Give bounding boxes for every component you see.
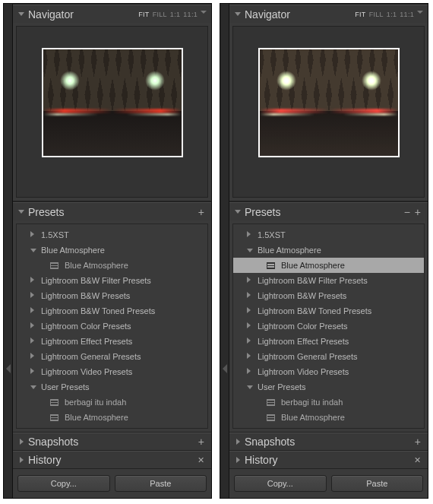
folder-label: Lightroom Color Presets — [38, 322, 131, 331]
preset-folder[interactable]: Lightroom B&W Toned Presets — [17, 303, 207, 319]
chevron-down-icon — [30, 383, 38, 391]
zoom-mode-1-1[interactable]: 1:1 — [170, 11, 180, 18]
zoom-mode-11-1[interactable]: 11:1 — [400, 11, 414, 18]
clear-history-button[interactable]: ✕ — [195, 456, 207, 464]
chevron-right-icon — [30, 322, 38, 330]
folder-label: Lightroom Video Presets — [38, 367, 132, 376]
copy-button[interactable]: Copy... — [17, 475, 110, 492]
preset-label: berbagi itu indah — [281, 398, 343, 407]
disclosure-icon — [234, 439, 242, 445]
preset-folder[interactable]: User Presets — [17, 379, 207, 395]
snapshots-title: Snapshots — [25, 436, 196, 448]
navigator-preview[interactable] — [232, 26, 425, 198]
chevron-down-icon — [30, 246, 38, 254]
preset-folder[interactable]: Lightroom Color Presets — [17, 319, 207, 334]
remove-preset-button[interactable]: − — [402, 207, 412, 217]
navigator-zoom-modes: FITFILL1:111:1 — [138, 11, 207, 18]
snapshots-header[interactable]: Snapshots + — [13, 433, 211, 451]
add-snapshot-button[interactable]: + — [412, 436, 423, 447]
preset-folder[interactable]: User Presets — [233, 379, 424, 395]
preset-folder[interactable]: Lightroom B&W Presets — [17, 288, 207, 303]
preset-folder[interactable]: Blue Atmosphere — [233, 242, 424, 258]
chevron-right-icon — [247, 231, 254, 239]
zoom-mode-FIT[interactable]: FIT — [355, 11, 365, 18]
navigator-header[interactable]: Navigator FITFILL1:111:1 — [229, 5, 428, 23]
paste-button[interactable]: Paste — [115, 475, 207, 492]
folder-label: Lightroom Video Presets — [254, 367, 349, 376]
chevron-down-icon[interactable] — [417, 11, 423, 14]
chevron-right-icon — [30, 307, 38, 315]
snapshots-header[interactable]: Snapshots + — [229, 433, 428, 451]
preset-item[interactable]: berbagi itu indah — [17, 395, 207, 410]
zoom-mode-FIT[interactable]: FIT — [138, 11, 149, 18]
expand-icon — [223, 364, 227, 373]
preset-folder[interactable]: Lightroom Effect Presets — [233, 334, 424, 349]
preset-label: Blue Atmosphere — [65, 261, 128, 270]
chevron-down-icon[interactable] — [201, 11, 207, 14]
preset-folder[interactable]: Blue Atmosphere — [17, 242, 207, 258]
preset-item[interactable]: Blue Atmosphere — [233, 258, 424, 273]
presets-list: 1.5XSTBlue AtmosphereBlue AtmosphereLigh… — [232, 223, 425, 429]
preset-folder[interactable]: 1.5XST — [17, 227, 207, 242]
preset-folder[interactable]: Lightroom B&W Presets — [233, 288, 424, 303]
preset-item[interactable]: Blue Atmosphere — [233, 410, 424, 425]
preset-icon — [50, 262, 58, 269]
add-snapshot-button[interactable]: + — [196, 436, 207, 447]
folder-label: Blue Atmosphere — [38, 246, 105, 255]
folder-label: Blue Atmosphere — [254, 246, 321, 255]
folder-label: User Presets — [38, 382, 90, 391]
preset-folder[interactable]: Lightroom B&W Filter Presets — [17, 273, 207, 288]
folder-label: Lightroom General Presets — [254, 352, 357, 361]
preset-folder[interactable]: Lightroom B&W Toned Presets — [233, 303, 424, 319]
navigator-preview[interactable] — [16, 26, 208, 198]
clear-history-button[interactable]: ✕ — [412, 456, 423, 464]
chevron-right-icon — [30, 353, 38, 360]
navigator-zoom-modes: FITFILL1:111:1 — [355, 11, 423, 18]
side-rail[interactable] — [220, 4, 229, 498]
disclosure-icon — [17, 12, 25, 16]
preset-label: berbagi itu indah — [65, 398, 126, 407]
folder-label: Lightroom B&W Toned Presets — [38, 306, 155, 315]
zoom-mode-FILL[interactable]: FILL — [369, 11, 384, 18]
preset-icon — [50, 414, 58, 421]
preset-folder[interactable]: Lightroom B&W Filter Presets — [233, 273, 424, 288]
chevron-right-icon — [247, 277, 254, 284]
zoom-mode-FILL[interactable]: FILL — [153, 11, 167, 18]
disclosure-icon — [234, 12, 242, 16]
presets-header[interactable]: Presets + — [13, 202, 211, 220]
history-header[interactable]: History ✕ — [229, 451, 428, 469]
snapshots-title: Snapshots — [242, 436, 412, 448]
preset-folder[interactable]: Lightroom General Presets — [17, 349, 207, 364]
preset-icon — [267, 414, 275, 421]
add-preset-button[interactable]: + — [412, 207, 423, 217]
folder-label: Lightroom Effect Presets — [254, 337, 349, 346]
preset-folder[interactable]: Lightroom Effect Presets — [17, 334, 207, 349]
disclosure-icon — [17, 210, 25, 214]
preset-folder[interactable]: Lightroom General Presets — [233, 349, 424, 364]
preset-label: Blue Atmosphere — [65, 413, 128, 422]
preset-folder[interactable]: Lightroom Video Presets — [233, 364, 424, 379]
preset-icon — [267, 262, 275, 269]
chevron-right-icon — [30, 368, 38, 376]
preset-folder[interactable]: Lightroom Video Presets — [17, 364, 207, 379]
presets-header[interactable]: Presets −+ — [229, 202, 428, 220]
preset-item[interactable]: Blue Atmosphere — [17, 258, 207, 273]
preset-folder[interactable]: 1.5XST — [233, 227, 424, 242]
navigator-header[interactable]: Navigator FITFILL1:111:1 — [13, 5, 211, 23]
history-header[interactable]: History ✕ — [13, 451, 211, 469]
chevron-down-icon — [247, 246, 254, 254]
preset-item[interactable]: Blue Atmosphere — [17, 410, 207, 425]
chevron-right-icon — [247, 307, 254, 315]
side-rail[interactable] — [4, 4, 13, 498]
paste-button[interactable]: Paste — [331, 475, 424, 492]
preset-folder[interactable]: Lightroom Color Presets — [233, 319, 424, 334]
add-preset-button[interactable]: + — [196, 207, 207, 217]
zoom-mode-1-1[interactable]: 1:1 — [387, 11, 397, 18]
chevron-right-icon — [30, 231, 38, 239]
zoom-mode-11-1[interactable]: 11:1 — [183, 11, 198, 18]
chevron-right-icon — [247, 338, 254, 345]
disclosure-icon — [234, 210, 242, 214]
copy-button[interactable]: Copy... — [234, 475, 327, 492]
preset-item[interactable]: berbagi itu indah — [233, 395, 424, 410]
preset-icon — [267, 399, 275, 406]
